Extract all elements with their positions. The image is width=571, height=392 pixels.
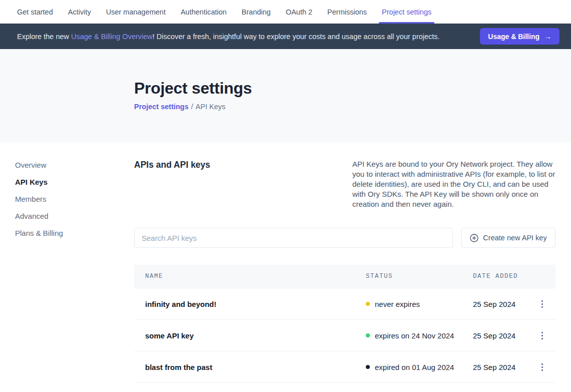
column-header-name: NAME <box>134 273 366 280</box>
usage-billing-overview-link[interactable]: Usage & Billing Overview <box>71 33 153 41</box>
status-text: never expires <box>375 300 420 308</box>
status-dot <box>366 333 370 337</box>
nav-item-branding[interactable]: Branding <box>242 0 271 24</box>
status-text: expired on 01 Aug 2024 <box>375 363 454 371</box>
sidebar-item-members[interactable]: Members <box>15 194 115 204</box>
plus-circle-icon <box>470 234 478 242</box>
kebab-menu-icon[interactable] <box>535 360 549 374</box>
kebab-menu-icon[interactable] <box>535 297 549 311</box>
banner-text-prefix: Explore the new <box>17 33 71 41</box>
status-dot <box>366 365 370 369</box>
section-intro: APIs and API keys API Keys are bound to … <box>134 159 555 209</box>
kebab-menu-icon[interactable] <box>535 328 549 342</box>
create-api-key-button[interactable]: Create new API key <box>461 228 555 248</box>
nav-item-permissions[interactable]: Permissions <box>327 0 367 24</box>
api-key-name: some API key <box>134 331 366 340</box>
api-keys-table: NAME STATUS DATE ADDED infinity and beyo… <box>134 265 555 383</box>
status-dot <box>366 302 370 306</box>
nav-item-oauth2[interactable]: OAuth 2 <box>286 0 312 24</box>
column-header-status: STATUS <box>366 273 473 280</box>
column-header-date-added: DATE ADDED <box>473 273 528 280</box>
row-actions <box>528 297 555 311</box>
table-header-row: NAME STATUS DATE ADDED <box>134 265 555 288</box>
usage-billing-button[interactable]: Usage & Billing → <box>480 28 559 45</box>
content-region: Overview API Keys Members Advanced Plans… <box>0 143 571 392</box>
api-key-date-added: 25 Sep 2024 <box>473 331 528 340</box>
status-text: expires on 24 Nov 2024 <box>375 331 454 340</box>
api-key-status: expired on 01 Aug 2024 <box>366 363 473 371</box>
table-row: some API key expires on 24 Nov 2024 25 S… <box>134 320 555 351</box>
page-header: Project settings Project settings / API … <box>0 49 571 143</box>
banner-text-suffix: ! Discover a fresh, insightful way to ex… <box>153 33 440 41</box>
section-description: API Keys are bound to your Ory Network p… <box>352 159 555 209</box>
page-title: Project settings <box>134 79 571 98</box>
api-key-date-added: 25 Sep 2024 <box>473 363 528 371</box>
api-keys-toolbar: Create new API key <box>134 228 555 248</box>
api-key-status: expires on 24 Nov 2024 <box>366 331 473 340</box>
nav-item-activity[interactable]: Activity <box>68 0 91 24</box>
breadcrumb-project-settings-link[interactable]: Project settings <box>134 103 189 111</box>
breadcrumb-current: API Keys <box>196 103 226 111</box>
banner-text: Explore the new Usage & Billing Overview… <box>17 33 440 41</box>
create-api-key-button-label: Create new API key <box>483 234 546 242</box>
breadcrumb-separator: / <box>191 103 193 111</box>
api-key-date-added: 25 Sep 2024 <box>473 300 528 308</box>
api-key-name: blast from the past <box>134 363 366 371</box>
sidebar-item-api-keys[interactable]: API Keys <box>15 177 115 187</box>
announcement-banner: Explore the new Usage & Billing Overview… <box>0 24 571 49</box>
nav-item-user-management[interactable]: User management <box>106 0 166 24</box>
api-key-status: never expires <box>366 300 473 308</box>
section-title: APIs and API keys <box>134 159 352 170</box>
arrow-right-icon: → <box>544 32 551 41</box>
settings-sidebar: Overview API Keys Members Advanced Plans… <box>15 160 115 238</box>
breadcrumb: Project settings / API Keys <box>134 103 571 111</box>
sidebar-item-plans-billing[interactable]: Plans & Billing <box>15 228 115 238</box>
table-row: infinity and beyond! never expires 25 Se… <box>134 288 555 320</box>
row-actions <box>528 328 555 342</box>
api-key-name: infinity and beyond! <box>134 300 366 308</box>
nav-item-project-settings[interactable]: Project settings <box>382 0 431 24</box>
sidebar-item-overview[interactable]: Overview <box>15 160 115 170</box>
api-keys-panel: APIs and API keys API Keys are bound to … <box>134 143 555 383</box>
nav-item-get-started[interactable]: Get started <box>17 0 53 24</box>
sidebar-item-advanced[interactable]: Advanced <box>15 211 115 221</box>
search-api-keys-input[interactable] <box>134 228 453 248</box>
nav-item-authentication[interactable]: Authentication <box>181 0 227 24</box>
top-navigation: Get started Activity User management Aut… <box>0 0 571 24</box>
table-row: blast from the past expired on 01 Aug 20… <box>134 351 555 383</box>
usage-billing-button-label: Usage & Billing <box>488 33 539 41</box>
row-actions <box>528 360 555 374</box>
